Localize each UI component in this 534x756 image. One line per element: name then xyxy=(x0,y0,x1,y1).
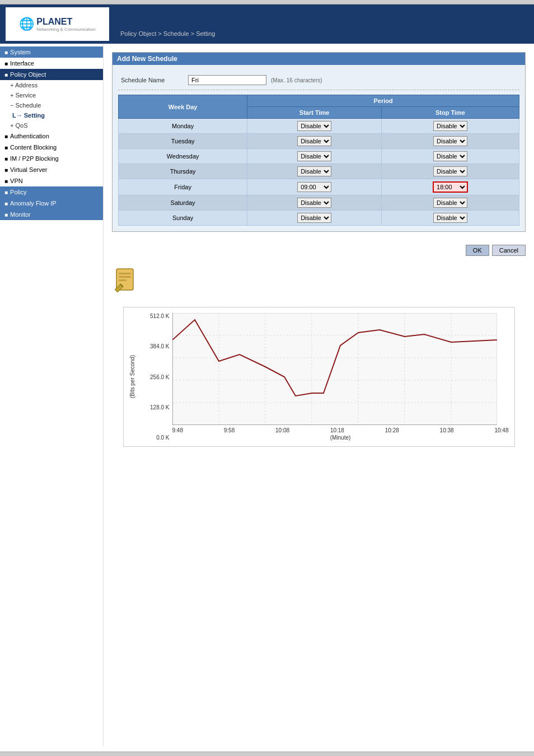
thursday-start[interactable]: Disable09:00 xyxy=(247,164,382,179)
period-header: Period xyxy=(247,95,519,107)
table-row: Tuesday Disable09:00 Disable18:00 xyxy=(119,134,519,149)
system-icon: ■ xyxy=(4,49,8,55)
sidebar-item-qos-label: QoS xyxy=(15,122,27,129)
header: 🌐 PLANET Networking & Communication Poli… xyxy=(0,4,534,44)
stop-time-header: Stop Time xyxy=(382,107,519,119)
schedule-name-label: Schedule Name xyxy=(121,77,188,83)
x-label-1028: 10:28 xyxy=(385,427,399,433)
ok-button[interactable]: OK xyxy=(466,245,489,256)
day-friday: Friday xyxy=(119,179,247,195)
setting-icon: L→ xyxy=(12,112,24,119)
button-row: OK Cancel xyxy=(112,240,526,260)
wednesday-start-select[interactable]: Disable09:00 xyxy=(297,151,331,161)
thursday-start-select[interactable]: Disable09:00 xyxy=(297,166,331,176)
tuesday-stop[interactable]: Disable18:00 xyxy=(382,134,519,149)
table-row: Thursday Disable09:00 Disable18:00 xyxy=(119,164,519,179)
saturday-start-select[interactable]: Disable09:00 xyxy=(297,198,331,208)
virtualserver-icon: ■ xyxy=(4,167,8,173)
sidebar-item-virtualserver-label: Virtual Server xyxy=(10,166,47,173)
chart-inner: 9:48 9:58 10:08 10:18 10:28 10:38 10:48 … xyxy=(172,313,509,441)
wednesday-start[interactable]: Disable09:00 xyxy=(247,149,382,164)
sidebar-item-schedule[interactable]: − Schedule xyxy=(0,100,103,110)
sidebar-item-virtualserver[interactable]: ■ Virtual Server xyxy=(0,164,103,175)
table-row: Saturday Disable09:00 Disable18:00 xyxy=(119,195,519,211)
chart-section: (Bits per Second) 512.0 K 384.0 K 256.0 … xyxy=(123,307,515,447)
table-row: Monday Disable00:0006:0009:00 Disable18:… xyxy=(119,119,519,134)
sidebar-item-policyobject-label: Policy Object xyxy=(10,71,46,78)
sunday-start[interactable]: Disable09:00 xyxy=(247,211,382,226)
y-label-512: 512.0 K xyxy=(150,313,169,319)
friday-start-select[interactable]: Disable09:0012:00 xyxy=(297,182,331,192)
sidebar-item-vpn[interactable]: ■ VPN xyxy=(0,175,103,186)
sidebar-item-vpn-label: VPN xyxy=(10,178,23,184)
sidebar-item-monitor-label: Monitor xyxy=(10,211,31,218)
weekday-header: Week Day xyxy=(119,95,247,119)
sidebar-item-policy-label: Policy xyxy=(10,189,26,195)
sunday-stop[interactable]: Disable18:00 xyxy=(382,211,519,226)
chart-svg xyxy=(172,313,497,425)
x-label-1008: 10:08 xyxy=(275,427,289,433)
monday-stop-select[interactable]: Disable18:0022:00 xyxy=(433,121,467,131)
address-icon: + xyxy=(10,82,15,88)
thursday-stop-select[interactable]: Disable18:00 xyxy=(433,166,467,176)
sidebar-item-setting[interactable]: L→ Setting xyxy=(0,110,103,120)
sidebar-item-service-label: Service xyxy=(15,92,36,99)
sidebar-item-anomalyflowip[interactable]: ■ Anomaly Flow IP xyxy=(0,198,103,209)
friday-stop-select[interactable]: Disable18:0022:00 xyxy=(433,181,468,193)
tuesday-stop-select[interactable]: Disable18:00 xyxy=(433,136,467,146)
y-axis-label: (Bits per Second) xyxy=(129,355,135,398)
day-monday: Monday xyxy=(119,119,247,134)
sidebar-item-address[interactable]: + Address xyxy=(0,80,103,90)
sidebar-item-service[interactable]: + Service xyxy=(0,90,103,100)
logo-area: 🌐 PLANET Networking & Communication xyxy=(6,7,109,41)
wednesday-stop-select[interactable]: Disable18:00 xyxy=(433,151,467,161)
schedule-name-input[interactable] xyxy=(188,75,266,85)
y-labels: 512.0 K 384.0 K 256.0 K 128.0 K 0.0 K xyxy=(139,313,172,441)
sidebar-item-interface[interactable]: ■ Interface xyxy=(0,58,103,69)
sidebar-item-system[interactable]: ■ System xyxy=(0,46,103,58)
content-blocking-icon: ■ xyxy=(4,144,8,151)
sidebar-item-anomalyflowip-label: Anomaly Flow IP xyxy=(10,200,57,207)
sidebar-item-policyobject[interactable]: ■ Policy Object xyxy=(0,69,103,80)
y-label-384: 384.0 K xyxy=(150,343,169,349)
monday-start-select[interactable]: Disable00:0006:0009:00 xyxy=(297,121,331,131)
cancel-button[interactable]: Cancel xyxy=(492,245,526,256)
y-label-0: 0.0 K xyxy=(156,435,169,441)
day-saturday: Saturday xyxy=(119,195,247,211)
sunday-stop-select[interactable]: Disable18:00 xyxy=(433,213,467,223)
monday-start[interactable]: Disable00:0006:0009:00 xyxy=(247,119,382,134)
tuesday-start[interactable]: Disable09:00 xyxy=(247,134,382,149)
sidebar-item-contentblocking-label: Content Blocking xyxy=(10,144,57,151)
tuesday-start-select[interactable]: Disable09:00 xyxy=(297,136,331,146)
wednesday-stop[interactable]: Disable18:00 xyxy=(382,149,519,164)
sidebar-item-system-label: System xyxy=(10,49,31,55)
day-tuesday: Tuesday xyxy=(119,134,247,149)
y-label-128: 128.0 K xyxy=(150,404,169,410)
schedule-form: Add New Schedule Schedule Name (Max. 16 … xyxy=(112,52,526,232)
sidebar-item-monitor[interactable]: ■ Monitor xyxy=(0,209,103,220)
sidebar-item-policy[interactable]: ■ Policy xyxy=(0,186,103,198)
sidebar-item-imp2pblocking-label: IM / P2P Blocking xyxy=(10,155,59,162)
sidebar-item-qos[interactable]: + QoS xyxy=(0,120,103,130)
saturday-stop-select[interactable]: Disable18:00 xyxy=(433,198,467,208)
thursday-stop[interactable]: Disable18:00 xyxy=(382,164,519,179)
saturday-start[interactable]: Disable09:00 xyxy=(247,195,382,211)
sidebar-item-contentblocking[interactable]: ■ Content Blocking xyxy=(0,142,103,153)
friday-stop[interactable]: Disable18:0022:00 xyxy=(382,179,519,195)
x-label-1038: 10:38 xyxy=(440,427,454,433)
schedule-table: Week Day Period Start Time Stop Time xyxy=(118,95,519,226)
top-bar xyxy=(0,0,534,4)
friday-start[interactable]: Disable09:0012:00 xyxy=(247,179,382,195)
monday-stop[interactable]: Disable18:0022:00 xyxy=(382,119,519,134)
sidebar-item-imp2pblocking[interactable]: ■ IM / P2P Blocking xyxy=(0,153,103,164)
policyobject-icon: ■ xyxy=(4,72,8,78)
saturday-stop[interactable]: Disable18:00 xyxy=(382,195,519,211)
day-sunday: Sunday xyxy=(119,211,247,226)
note-icon xyxy=(112,266,140,294)
sunday-start-select[interactable]: Disable09:00 xyxy=(297,213,331,223)
x-labels: 9:48 9:58 10:08 10:18 10:28 10:38 10:48 xyxy=(172,425,509,433)
sidebar-item-authentication[interactable]: ■ Authentication xyxy=(0,130,103,142)
breadcrumb: Policy Object > Schedule > Setting xyxy=(120,30,215,37)
sidebar-item-setting-label: Setting xyxy=(24,112,45,119)
svg-rect-2 xyxy=(119,276,131,278)
